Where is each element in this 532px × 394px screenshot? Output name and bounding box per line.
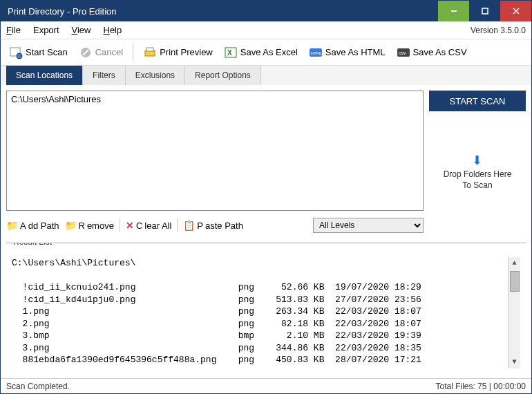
html-icon: HTML (309, 46, 323, 59)
close-button[interactable] (500, 1, 531, 21)
statusbar: Scan Completed. Total Files: 75 | 00:00:… (1, 378, 531, 393)
content: C:\Users\Ashi\Pictures 📁Add Path 📁Remove… (1, 85, 531, 378)
scroll-down-icon[interactable]: ▼ (509, 356, 520, 368)
result-text[interactable]: C:\Users\Ashi\Pictures\ !cid_ii_kcnuio24… (12, 257, 508, 368)
separator (133, 44, 133, 62)
svg-rect-9 (146, 48, 153, 51)
status-text: Scan Completed. (6, 382, 70, 391)
drop-area[interactable]: ⬇ Drop Folders Here To Scan (444, 153, 512, 190)
start-scan-big-button[interactable]: START SCAN (429, 91, 526, 111)
side-panel: START SCAN ⬇ Drop Folders Here To Scan (429, 91, 526, 236)
clear-all-button[interactable]: ✕Clear All (126, 220, 171, 231)
version-label: Version 3.5.0.0 (471, 26, 526, 35)
add-path-button[interactable]: 📁Add Path (6, 220, 59, 231)
separator (177, 218, 178, 232)
separator (120, 218, 120, 232)
csv-icon: csv (397, 46, 410, 59)
save-html-button[interactable]: HTML Save As HTML (305, 43, 390, 62)
scroll-thumb[interactable] (510, 271, 520, 292)
scrollbar[interactable]: ▲ ▼ (508, 257, 520, 368)
levels-dropdown[interactable]: All Levels (313, 218, 424, 233)
window-buttons (438, 1, 531, 21)
svg-text:X: X (227, 49, 232, 57)
tab-filters[interactable]: Filters (83, 66, 126, 85)
remove-path-button[interactable]: 📁Remove (65, 220, 114, 231)
svg-point-5 (17, 53, 22, 59)
paste-path-button[interactable]: 📋Paste Path (183, 220, 243, 231)
result-list-label: Result List (10, 243, 55, 247)
toolbar: Start Scan Cancel Print Preview X Save A… (1, 39, 531, 66)
excel-icon: X (224, 46, 238, 59)
drop-label-1: Drop Folders Here (444, 169, 512, 179)
paths-area: C:\Users\Ashi\Pictures 📁Add Path 📁Remove… (6, 91, 424, 236)
maximize-button[interactable] (469, 1, 500, 21)
scroll-up-icon[interactable]: ▲ (509, 257, 520, 270)
svg-rect-1 (482, 8, 488, 14)
menu-view[interactable]: View (72, 25, 91, 35)
printer-icon (143, 46, 157, 59)
result-inner: C:\Users\Ashi\Pictures\ !cid_ii_kcnuio24… (6, 253, 526, 373)
cancel-button[interactable]: Cancel (75, 43, 127, 62)
save-excel-button[interactable]: X Save As Excel (220, 43, 302, 62)
svg-text:csv: csv (399, 50, 406, 55)
start-scan-button[interactable]: Start Scan (5, 43, 72, 62)
menu-help[interactable]: Help (104, 25, 122, 35)
paste-icon: 📋 (183, 220, 195, 231)
add-icon: 📁 (6, 220, 18, 231)
save-csv-button[interactable]: csv Save As CSV (392, 43, 471, 62)
menubar: File Export View Help Version 3.5.0.0 (1, 21, 531, 39)
paths-list[interactable]: C:\Users\Ashi\Pictures (6, 91, 424, 211)
titlebar: Print Directory - Pro Edition (1, 1, 531, 21)
tab-scan-locations[interactable]: Scan Locations (6, 66, 83, 85)
clear-icon: ✕ (126, 220, 134, 231)
menu-file[interactable]: File (6, 25, 21, 35)
window-title: Print Directory - Pro Edition (8, 6, 438, 17)
levels-dropdown-wrap: All Levels (313, 218, 424, 233)
cancel-icon (79, 46, 93, 59)
drop-label-2: To Scan (462, 180, 492, 190)
status-right: Total Files: 75 | 00:00:00 (435, 382, 526, 391)
svg-text:HTML: HTML (311, 51, 323, 55)
down-arrow-icon: ⬇ (472, 153, 482, 168)
scan-icon (9, 46, 23, 59)
minimize-button[interactable] (438, 1, 469, 21)
path-toolbar: 📁Add Path 📁Remove ✕Clear All 📋Paste Path… (6, 215, 424, 236)
tab-report-options[interactable]: Report Options (185, 66, 261, 85)
print-preview-button[interactable]: Print Preview (139, 43, 217, 62)
result-list-panel: Result List C:\Users\Ashi\Pictures\ !cid… (6, 243, 526, 373)
menu-export[interactable]: Export (33, 25, 59, 35)
upper-panel: C:\Users\Ashi\Pictures 📁Add Path 📁Remove… (6, 91, 526, 236)
tab-exclusions[interactable]: Exclusions (126, 66, 185, 85)
tabs: Scan Locations Filters Exclusions Report… (1, 66, 531, 85)
remove-icon: 📁 (65, 220, 77, 231)
